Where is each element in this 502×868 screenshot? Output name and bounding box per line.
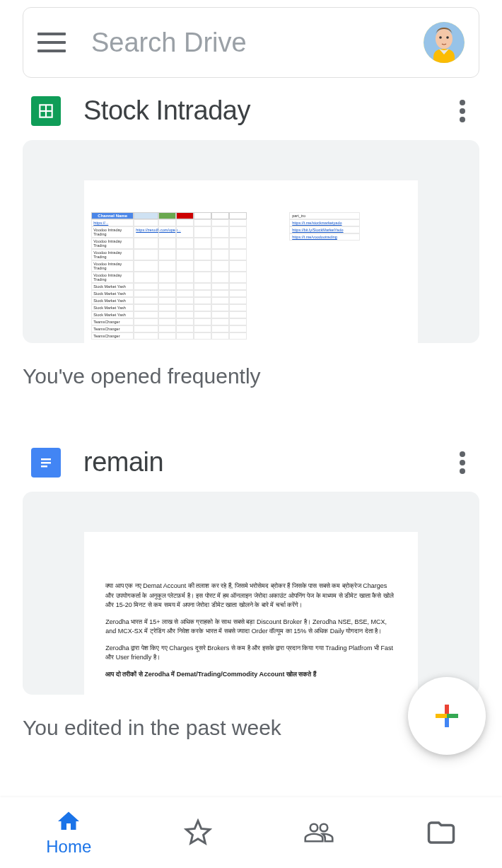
svg-point-1 [436,29,453,49]
search-placeholder: Search Drive [91,28,424,58]
svg-point-3 [446,36,449,39]
nav-files[interactable] [426,818,456,847]
svg-rect-7 [41,458,51,461]
file-header[interactable]: remain [23,429,479,492]
nav-label: Home [46,837,91,857]
nav-home[interactable]: Home [46,809,91,857]
more-options-icon[interactable] [454,97,471,125]
bottom-navigation: Home [0,797,502,868]
sheets-icon [31,96,61,126]
docs-icon [31,448,61,478]
svg-rect-13 [447,714,458,718]
menu-icon[interactable] [37,33,66,52]
home-icon [56,809,81,834]
file-title: remain [83,447,431,478]
shared-icon [304,818,334,847]
file-title: Stock Intraday [83,96,431,126]
nav-starred[interactable] [184,818,212,847]
star-icon [184,818,212,847]
plus-icon [433,702,461,730]
file-preview[interactable]: क्या आप एक नए Demat Account की तलाश कर र… [23,492,479,695]
svg-point-2 [439,36,442,39]
svg-rect-8 [41,462,51,464]
add-button[interactable] [408,677,486,755]
svg-rect-9 [41,465,47,468]
search-bar[interactable]: Search Drive [23,7,479,78]
doc-para: आप दो तरीकों से Zerodha में Demat/Tradin… [105,670,397,680]
file-header[interactable]: Stock Intraday [23,78,479,140]
file-preview[interactable]: Channel Name https://... Voodoo Intraday… [23,140,479,343]
file-item-stock-intraday: Stock Intraday Channel Name https: [0,78,502,410]
doc-para: क्या आप एक नए Demat Account की तलाश कर र… [105,581,397,611]
more-options-icon[interactable] [454,449,471,477]
nav-shared[interactable] [304,818,334,847]
user-avatar[interactable] [424,22,465,63]
svg-rect-12 [436,714,447,718]
sheet-header: Channel Name [91,212,134,219]
file-subtitle: You've opened frequently [23,343,479,410]
doc-para: Zerodha द्वारा पेश किए गए Charges दूसरे … [105,644,397,663]
folder-icon [426,818,456,847]
doc-para: Zerodha भारत में 15+ लाख से अधिक ग्राहको… [105,618,397,637]
